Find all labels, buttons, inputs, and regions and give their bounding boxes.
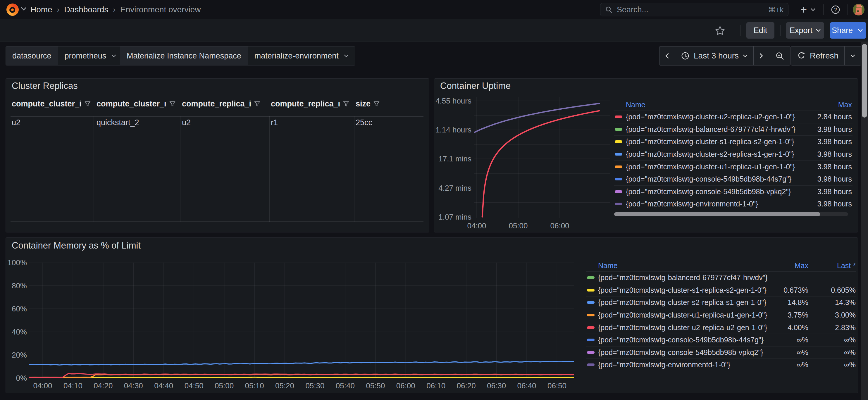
edit-button[interactable]: Edit <box>746 22 774 39</box>
search-bar[interactable]: ⌘+k <box>600 3 788 17</box>
legend-row: {pod="mz0tcmxlswtg-environmentd-1-0"}∞%∞… <box>586 359 856 371</box>
page-scrollbar-thumb[interactable] <box>862 44 867 118</box>
legend-series-name[interactable]: {pod="mz0tcmxlswtg-balancerd-679777cf47-… <box>598 273 773 282</box>
filter-icon[interactable] <box>85 101 91 107</box>
table-column-divider <box>269 116 270 222</box>
legend-series-name[interactable]: {pod="mz0tcmxlswtg-cluster-u2-replica-u2… <box>598 324 773 332</box>
search-input[interactable] <box>616 5 765 14</box>
legend-value-max: 3.98 hours <box>808 125 852 134</box>
chevron-left-icon <box>665 53 669 59</box>
memory-x-tick-label: 04:50 <box>179 381 209 390</box>
memory-x-tick-label: 04:20 <box>89 381 118 390</box>
time-shift-back-button[interactable] <box>659 47 675 65</box>
help-icon[interactable]: ? <box>831 5 840 14</box>
legend-series-name[interactable]: {pod="mz0tcmxlswtg-cluster-u1-replica-u1… <box>598 311 773 319</box>
memory-x-tick-label: 05:30 <box>300 381 330 390</box>
memory-y-tick-label: 20% <box>3 350 27 360</box>
legend-series-name[interactable]: {pod="mz0tcmxlswtg-environmentd-1-0"} <box>598 361 773 369</box>
series-color-swatch <box>587 339 594 341</box>
panel-title-container-uptime[interactable]: Container Uptime <box>440 81 510 91</box>
time-shift-forward-button[interactable] <box>753 47 769 65</box>
legend-header: NameMax <box>614 99 852 111</box>
legend-row: {pod="mz0tcmxlswtg-cluster-u2-replica-u2… <box>614 111 852 123</box>
legend-row: {pod="mz0tcmxlswtg-cluster-s1-replica-s2… <box>586 284 856 297</box>
legend-row: {pod="mz0tcmxlswtg-balancerd-679777cf47-… <box>586 271 856 284</box>
filter-icon[interactable] <box>373 101 380 107</box>
share-chevron-down-button[interactable] <box>855 22 866 39</box>
refresh-button[interactable]: Refresh <box>791 47 844 65</box>
series-color-swatch <box>587 351 594 354</box>
legend-horizontal-scrollbar[interactable] <box>614 212 848 216</box>
memory-x-tick-label: 06:40 <box>512 381 541 390</box>
legend-series-name[interactable]: {pod="mz0tcmxlswtg-console-549b5db98b-vp… <box>626 187 805 196</box>
memory-x-tick-label: 05:00 <box>210 381 239 390</box>
memory-y-tick-label: 40% <box>3 327 27 337</box>
memory-x-tick-label: 05:20 <box>270 381 300 390</box>
export-button[interactable]: Export <box>786 22 824 39</box>
legend-value-max: 14.8% <box>776 298 808 307</box>
legend-row: {pod="mz0tcmxlswtg-cluster-u1-replica-u1… <box>586 309 856 321</box>
legend-series-name[interactable]: {pod="mz0tcmxlswtg-cluster-s1-replica-s2… <box>598 286 773 295</box>
legend-series-name[interactable]: {pod="mz0tcmxlswtg-balancerd-679777cf47-… <box>626 125 805 134</box>
breadcrumb-current-dashboard: Environment overview <box>120 5 200 14</box>
variable-namespace-picker[interactable]: materialize-environment <box>248 47 355 65</box>
add-new-chevron-down-icon[interactable] <box>811 8 815 11</box>
breadcrumb-dashboards[interactable]: Dashboards <box>64 5 108 14</box>
uptime-series-line <box>482 111 599 217</box>
legend-header-max[interactable]: Max <box>808 100 852 109</box>
table-cell: 25cc <box>355 118 372 127</box>
star-dashboard-icon[interactable] <box>715 25 725 36</box>
memory-x-tick-label: 04:30 <box>119 381 148 390</box>
series-color-swatch <box>615 153 622 156</box>
legend-series-name[interactable]: {pod="mz0tcmxlswtg-console-549b5db98b-vp… <box>598 348 773 357</box>
legend-row: {pod="mz0tcmxlswtg-cluster-s2-replica-s1… <box>586 296 856 309</box>
legend-series-name[interactable]: {pod="mz0tcmxlswtg-console-549b5db98b-44… <box>626 175 805 183</box>
legend-scrollbar-thumb[interactable] <box>614 212 820 216</box>
legend-header-name[interactable]: Name <box>626 100 805 109</box>
zoom-out-time-button[interactable] <box>769 47 790 65</box>
table-column-header-size[interactable]: size <box>355 99 380 109</box>
series-color-swatch <box>587 289 594 291</box>
legend-series-name[interactable]: {pod="mz0tcmxlswtg-cluster-s2-replica-s1… <box>626 150 805 158</box>
filter-icon[interactable] <box>343 101 349 107</box>
breadcrumb-separator-icon: › <box>108 5 120 14</box>
grafana-logo[interactable] <box>6 3 19 16</box>
legend-header-max[interactable]: Max <box>776 261 808 270</box>
legend-series-name[interactable]: {pod="mz0tcmxlswtg-console-549b5db98b-44… <box>598 336 773 344</box>
legend-series-name[interactable]: {pod="mz0tcmxlswtg-cluster-s2-replica-s1… <box>598 298 773 307</box>
legend-series-name[interactable]: {pod="mz0tcmxlswtg-cluster-u2-replica-u2… <box>626 113 805 121</box>
breadcrumb-home[interactable]: Home <box>30 5 52 14</box>
filter-icon[interactable] <box>169 101 176 107</box>
series-color-swatch <box>587 364 594 366</box>
table-column-header-compute_replica_i[interactable]: compute_replica_i <box>182 99 260 109</box>
variable-datasource-picker[interactable]: prometheus <box>58 47 123 65</box>
org-chevron-down-icon[interactable] <box>21 7 26 10</box>
add-new-button[interactable]: + <box>797 4 810 15</box>
filter-icon[interactable] <box>254 101 260 107</box>
user-avatar[interactable] <box>853 4 865 16</box>
breadcrumb: Home › Dashboards › Environment overview <box>30 5 200 14</box>
refresh-interval-button[interactable] <box>844 47 861 65</box>
legend-series-name[interactable]: {pod="mz0tcmxlswtg-environmentd-1-0"} <box>626 200 805 208</box>
share-button[interactable]: Share <box>830 22 855 39</box>
series-color-swatch <box>587 301 594 304</box>
legend-value-last: ∞% <box>812 348 856 357</box>
uptime-chart[interactable] <box>474 97 610 218</box>
legend-header-last[interactable]: Last * <box>812 261 856 270</box>
legend-header-name[interactable]: Name <box>598 261 773 270</box>
table-column-header-compute_cluster_i[interactable]: compute_cluster_i <box>12 99 91 109</box>
panel-title-container-memory[interactable]: Container Memory as % of Limit <box>12 240 141 251</box>
time-range-picker[interactable]: Last 3 hours <box>675 47 753 65</box>
series-color-swatch <box>615 203 622 205</box>
table-column-divider <box>180 116 181 222</box>
panel-title-cluster-replicas[interactable]: Cluster Replicas <box>12 81 78 91</box>
table-column-header-compute_replica_ı[interactable]: compute_replica_ı <box>271 99 349 109</box>
memory-x-tick-label: 04:40 <box>149 381 178 390</box>
table-column-header-compute_cluster_ı[interactable]: compute_cluster_ı <box>96 99 176 109</box>
series-color-swatch <box>615 165 622 168</box>
legend-series-name[interactable]: {pod="mz0tcmxlswtg-cluster-u1-replica-u1… <box>626 162 805 171</box>
legend-series-name[interactable]: {pod="mz0tcmxlswtg-cluster-s1-replica-s2… <box>626 137 805 146</box>
chevron-down-icon <box>850 54 855 57</box>
memory-chart[interactable] <box>29 263 574 378</box>
legend-value-max: 3.98 hours <box>808 150 852 158</box>
